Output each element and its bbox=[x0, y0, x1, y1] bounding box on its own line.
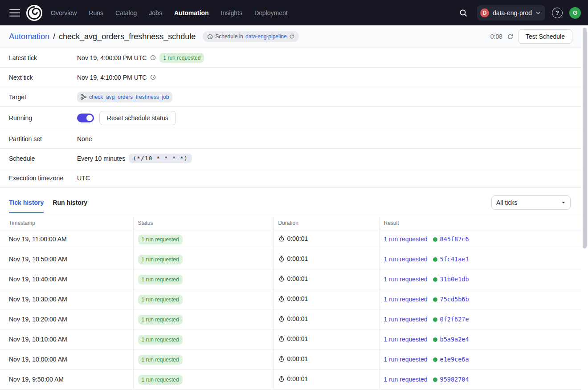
dagster-logo bbox=[26, 4, 43, 21]
tick-row: Nov 19, 10:30:00 AM1 run requested0:00:0… bbox=[0, 289, 581, 309]
tab-run-history[interactable]: Run history bbox=[53, 197, 87, 208]
tick-result-link[interactable]: 1 run requested bbox=[384, 376, 428, 383]
primary-nav: OverviewRunsCatalogJobsAutomationInsight… bbox=[51, 9, 288, 16]
run-success-dot bbox=[433, 257, 437, 262]
test-schedule-button[interactable]: Test Schedule bbox=[518, 29, 572, 44]
detail-row-next-tick: Next tick Nov 19, 4:10:00 PM UTC bbox=[0, 68, 581, 87]
schedule-value: Every 10 minutes bbox=[77, 155, 125, 162]
detail-label: Target bbox=[9, 93, 77, 101]
reset-schedule-status-button[interactable]: Reset schedule status bbox=[99, 111, 176, 125]
tab-tick-history[interactable]: Tick history bbox=[9, 197, 44, 208]
stopwatch-icon bbox=[278, 236, 285, 242]
top-nav-right: D data-eng-prod ? G bbox=[456, 5, 581, 20]
tick-result-link[interactable]: 1 run requested bbox=[384, 316, 428, 323]
deployment-name: data-eng-prod bbox=[493, 9, 532, 16]
tick-timestamp: Nov 19, 10:20:00 AM bbox=[0, 309, 133, 329]
nav-item-automation[interactable]: Automation bbox=[174, 9, 209, 16]
tick-row: Nov 19, 9:50:00 AM1 run requested0:00:01… bbox=[0, 370, 581, 390]
job-icon bbox=[81, 94, 86, 100]
detail-row-latest-tick: Latest tick Nov 19, 4:00:00 PM UTC 1 run… bbox=[0, 48, 581, 68]
running-toggle[interactable] bbox=[77, 114, 94, 122]
tick-status-badge: 1 run requested bbox=[138, 235, 183, 244]
search-button[interactable] bbox=[456, 6, 470, 20]
tick-duration-cell: 0:00:01 bbox=[274, 269, 379, 289]
tick-table-header: Timestamp Status Duration Result bbox=[0, 217, 581, 229]
nav-item-catalog[interactable]: Catalog bbox=[115, 9, 137, 16]
tick-result-link[interactable]: 1 run requested bbox=[384, 356, 428, 363]
nav-item-runs[interactable]: Runs bbox=[89, 9, 103, 16]
history-tabs: Tick history Run history All ticks bbox=[0, 188, 581, 217]
tick-result-cell: 1 run requestedb5a9a2e4 bbox=[379, 329, 581, 349]
user-avatar[interactable]: G bbox=[569, 7, 581, 19]
detail-label: Running bbox=[9, 114, 77, 122]
tick-result-cell: 1 run requested31b0e1db bbox=[379, 269, 581, 289]
column-header-result: Result bbox=[379, 217, 581, 229]
tick-status-badge: 1 run requested bbox=[138, 275, 183, 284]
tick-duration: 0:00:01 bbox=[287, 255, 308, 262]
refresh-button[interactable] bbox=[507, 33, 514, 40]
schedule-badge-text: Schedule in bbox=[215, 33, 243, 40]
tick-status-badge: 1 run requested bbox=[138, 315, 183, 325]
cycle-icon bbox=[289, 34, 294, 39]
run-id-link[interactable]: 5fc41ae1 bbox=[440, 256, 469, 263]
tick-result-link[interactable]: 1 run requested bbox=[384, 336, 428, 343]
run-id-link[interactable]: 0f2f627e bbox=[440, 316, 469, 323]
nav-item-deployment[interactable]: Deployment bbox=[254, 9, 288, 16]
schedule-context-badge: Schedule in data-eng-pipeline bbox=[203, 31, 298, 42]
run-id-link[interactable]: b5a9a2e4 bbox=[440, 336, 469, 343]
search-icon bbox=[459, 8, 468, 17]
breadcrumb-automation-link[interactable]: Automation bbox=[9, 32, 49, 41]
tick-result-link[interactable]: 1 run requested bbox=[384, 276, 428, 283]
detail-row-partition-set: Partition set None bbox=[0, 129, 581, 149]
tick-duration-cell: 0:00:01 bbox=[274, 229, 379, 249]
detail-label: Next tick bbox=[9, 74, 77, 81]
tick-status-cell: 1 run requested bbox=[133, 309, 274, 329]
pipeline-link[interactable]: data-eng-pipeline bbox=[245, 33, 287, 40]
run-id-link[interactable]: 95982704 bbox=[440, 376, 469, 383]
run-success-dot bbox=[433, 358, 437, 362]
stopwatch-icon bbox=[278, 256, 285, 262]
nav-item-jobs[interactable]: Jobs bbox=[149, 9, 162, 16]
tick-result-link[interactable]: 1 run requested bbox=[384, 236, 428, 243]
tick-result-cell: 1 run requestede1e9ce6a bbox=[379, 349, 581, 370]
menu-button[interactable] bbox=[7, 5, 22, 20]
clock-icon bbox=[207, 34, 213, 40]
tick-result-link[interactable]: 1 run requested bbox=[384, 256, 428, 263]
tick-row: Nov 19, 10:10:00 AM1 run requested0:00:0… bbox=[0, 329, 581, 349]
deployment-badge: D bbox=[480, 8, 489, 17]
tick-timestamp: Nov 19, 10:40:00 AM bbox=[0, 269, 133, 289]
run-success-dot bbox=[433, 237, 437, 242]
help-button[interactable]: ? bbox=[552, 8, 563, 18]
tick-duration-cell: 0:00:01 bbox=[274, 329, 379, 349]
tick-filter-select[interactable]: All ticks bbox=[491, 195, 571, 210]
nav-item-insights[interactable]: Insights bbox=[221, 9, 242, 16]
tick-duration: 0:00:01 bbox=[287, 275, 308, 282]
schedule-details: Latest tick Nov 19, 4:00:00 PM UTC 1 run… bbox=[0, 48, 581, 188]
tick-status-cell: 1 run requested bbox=[133, 349, 274, 370]
refresh-countdown: 0:08 bbox=[490, 33, 502, 40]
scrollbar-thumb[interactable] bbox=[583, 28, 587, 248]
run-success-dot bbox=[433, 317, 437, 322]
run-success-dot bbox=[433, 277, 437, 282]
tick-result-link[interactable]: 1 run requested bbox=[384, 296, 428, 303]
run-id-link[interactable]: 75cd5b6b bbox=[440, 296, 469, 303]
tick-status-cell: 1 run requested bbox=[133, 329, 274, 349]
caret-down-icon bbox=[561, 200, 566, 205]
latest-tick-status-badge: 1 run requested bbox=[159, 53, 204, 63]
stopwatch-icon bbox=[278, 376, 285, 382]
tick-result-cell: 1 run requested0f2f627e bbox=[379, 309, 581, 329]
run-id-link[interactable]: e1e9ce6a bbox=[440, 356, 469, 363]
deployment-switcher[interactable]: D data-eng-prod bbox=[477, 5, 545, 20]
nav-item-overview[interactable]: Overview bbox=[51, 9, 77, 16]
detail-label: Schedule bbox=[9, 155, 77, 162]
tick-duration-cell: 0:00:01 bbox=[274, 370, 379, 390]
tick-duration: 0:00:01 bbox=[287, 295, 308, 302]
stopwatch-icon bbox=[278, 356, 285, 362]
tick-status-badge: 1 run requested bbox=[138, 295, 183, 305]
column-header-duration: Duration bbox=[274, 217, 379, 229]
tick-result-cell: 1 run requested5fc41ae1 bbox=[379, 249, 581, 269]
run-id-link[interactable]: 31b0e1db bbox=[440, 276, 469, 283]
target-job-link[interactable]: check_avg_orders_freshness_job bbox=[89, 94, 169, 100]
run-id-link[interactable]: 845f87c6 bbox=[440, 236, 469, 243]
tick-duration-cell: 0:00:01 bbox=[274, 249, 379, 269]
